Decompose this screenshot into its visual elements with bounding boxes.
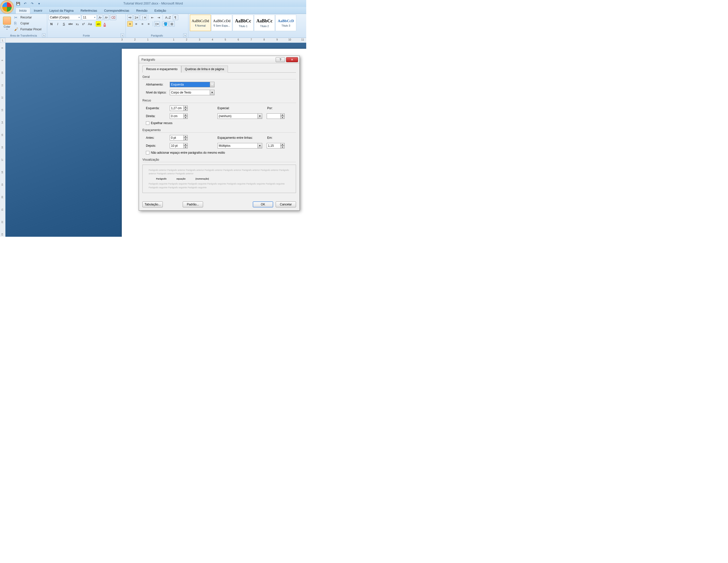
shading-button[interactable]: 🪣	[163, 21, 169, 27]
alignment-combo[interactable]: Esquerda▼	[170, 82, 214, 87]
style-titulo3[interactable]: AaBbCcDTítulo 3	[275, 15, 296, 31]
spin-up-icon[interactable]: ▲	[281, 113, 285, 116]
spin-down-icon[interactable]: ▼	[281, 116, 285, 119]
by-input[interactable]	[267, 113, 281, 119]
cut-button[interactable]: Recortar	[19, 15, 33, 20]
dropdown-icon: ▼	[210, 90, 214, 95]
tab-referencias[interactable]: Referências	[77, 8, 101, 14]
indent-right-spinner[interactable]: ▲▼	[170, 113, 188, 119]
indent-left-spinner[interactable]: ▲▼	[170, 105, 188, 111]
qat-customize[interactable]: ▾	[36, 1, 42, 6]
bullets-button[interactable]: •≡	[127, 15, 133, 20]
by-spinner[interactable]: ▲▼	[267, 113, 285, 119]
group-font-label: Fonte	[83, 34, 90, 37]
superscript-button[interactable]: x²	[81, 21, 86, 27]
tab-layout[interactable]: Layout da Página	[46, 8, 77, 14]
label-line-spacing: Espaçamento entre linhas:	[217, 136, 267, 139]
underline-button[interactable]: S	[61, 21, 67, 27]
spin-up-icon[interactable]: ▲	[184, 113, 188, 116]
style-titulo1[interactable]: AaBbCcTítulo 1	[233, 15, 254, 31]
increase-indent-button[interactable]: ⇥	[156, 15, 161, 20]
bold-button[interactable]: N	[49, 21, 54, 27]
highlight-button[interactable]: ab	[96, 21, 101, 27]
style-normal[interactable]: AaBbCcDd¶ Normal	[190, 15, 211, 31]
spin-up-icon[interactable]: ▲	[184, 105, 188, 108]
multilevel-button[interactable]: ⋮≡	[140, 15, 147, 20]
italic-button[interactable]: I	[55, 21, 60, 27]
font-size-combo[interactable]: 11	[82, 15, 97, 20]
space-before-input[interactable]	[170, 135, 184, 140]
copy-button[interactable]: Copiar	[19, 21, 30, 26]
dialog-titlebar[interactable]: Parágrafo ? ✕	[139, 56, 300, 63]
mirror-indents-checkbox[interactable]: Espelhar recuos	[142, 121, 296, 125]
cancel-button[interactable]: Cancelar	[276, 201, 296, 207]
align-left-button[interactable]: ≡	[127, 21, 133, 27]
decrease-indent-button[interactable]: ⇤	[150, 15, 155, 20]
spin-up-icon[interactable]: ▲	[281, 143, 285, 146]
line-spacing-combo[interactable]: Múltiplos▼	[217, 143, 262, 148]
space-after-spinner[interactable]: ▲▼	[170, 143, 188, 148]
format-painter-button[interactable]: Formatar Pincel	[19, 27, 43, 32]
borders-button[interactable]: ⊞	[169, 21, 175, 27]
tab-indents-spacing[interactable]: Recuos e espaçamento	[142, 66, 181, 73]
style-sem-espacamento[interactable]: AaBbCcDd¶ Sem Espa...	[211, 15, 232, 31]
redo-button[interactable]: ↷	[29, 1, 35, 6]
grow-font-button[interactable]: A▴	[97, 15, 103, 20]
tab-correspondencias[interactable]: Correspondências	[101, 8, 133, 14]
tab-inserir[interactable]: Inserir	[30, 8, 46, 14]
style-titulo2[interactable]: AaBbCcTítulo 2	[254, 15, 275, 31]
space-after-input[interactable]	[170, 143, 184, 148]
no-space-same-style-checkbox[interactable]: Não adicionar espaço entre parágrafos do…	[142, 151, 296, 154]
office-button[interactable]	[0, 0, 14, 14]
special-indent-combo[interactable]: (nenhum)▼	[217, 113, 262, 119]
help-button[interactable]: ?	[276, 57, 285, 62]
shrink-font-button[interactable]: A▾	[104, 15, 109, 20]
spin-up-icon[interactable]: ▲	[184, 143, 188, 146]
ruler-vertical[interactable]: 8 9 10 11 12 13 14 15 16 17 18 19 20 21 …	[0, 43, 5, 237]
spin-down-icon[interactable]: ▼	[184, 108, 188, 111]
paste-button[interactable]: Colar ▾	[1, 17, 12, 30]
tab-inicio[interactable]: Início	[15, 7, 30, 14]
space-before-spinner[interactable]: ▲▼	[170, 135, 188, 140]
undo-button[interactable]: ↶	[22, 1, 28, 6]
spin-down-icon[interactable]: ▼	[184, 116, 188, 119]
font-dialog-launcher[interactable]: ↘	[121, 34, 124, 37]
tabs-button[interactable]: Tabulação...	[142, 201, 163, 207]
label-indent-right: Direita:	[142, 114, 170, 118]
clear-formatting-button[interactable]: ⌫	[110, 15, 116, 20]
spin-up-icon[interactable]: ▲	[184, 135, 188, 138]
change-case-button[interactable]: Aa	[87, 21, 93, 27]
tab-revisao[interactable]: Revisão	[133, 8, 151, 14]
font-name-combo[interactable]: Calibri (Corpo)	[49, 15, 81, 20]
save-button[interactable]: 💾	[15, 1, 21, 6]
strike-button[interactable]: abc	[67, 21, 74, 27]
dropdown-icon: ▼	[257, 143, 262, 148]
tab-line-breaks[interactable]: Quebras de linha e de página	[181, 66, 228, 73]
sort-button[interactable]: A↓Z	[164, 15, 172, 20]
ruler-corner[interactable]: L	[0, 38, 5, 43]
show-marks-button[interactable]: ¶	[173, 15, 178, 20]
ok-button[interactable]: OK	[253, 201, 273, 207]
default-button[interactable]: Padrão...	[183, 201, 203, 207]
indent-left-input[interactable]	[170, 105, 184, 111]
clipboard-dialog-launcher[interactable]: ↘	[42, 34, 45, 37]
font-color-button[interactable]: A	[102, 21, 107, 27]
spin-down-icon[interactable]: ▼	[184, 146, 188, 148]
at-spinner[interactable]: ▲▼	[267, 143, 285, 148]
justify-button[interactable]: ≡	[146, 21, 151, 27]
indent-right-input[interactable]	[170, 113, 184, 119]
at-input[interactable]	[267, 143, 281, 148]
numbering-button[interactable]: 1≡	[133, 15, 139, 20]
paragraph-dialog-launcher[interactable]: ↘	[183, 34, 187, 37]
spin-down-icon[interactable]: ▼	[281, 146, 285, 148]
spin-down-icon[interactable]: ▼	[184, 138, 188, 140]
subscript-button[interactable]: x₂	[75, 21, 80, 27]
ruler-horizontal[interactable]: 3 2 1 1 2 3 4 5 6 7 8 9 10 11	[5, 38, 306, 43]
line-spacing-button[interactable]: ‡≡	[154, 21, 160, 27]
close-button[interactable]: ✕	[286, 57, 298, 62]
align-right-button[interactable]: ≡	[140, 21, 145, 27]
tab-exibicao[interactable]: Exibição	[151, 8, 170, 14]
align-center-button[interactable]: ≡	[133, 21, 139, 27]
label-by: Por:	[267, 106, 273, 110]
outline-level-combo[interactable]: Corpo de Texto▼	[170, 90, 214, 95]
